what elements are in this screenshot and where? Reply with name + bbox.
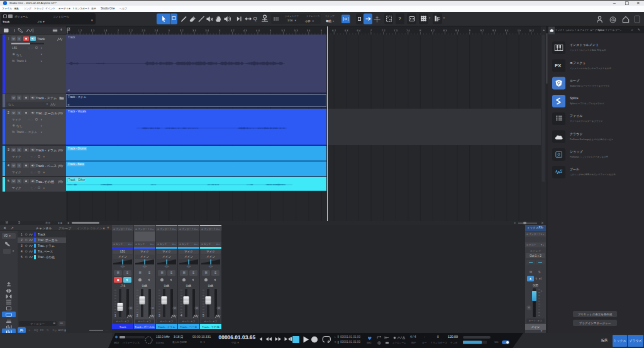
svg-text:9: 9 xyxy=(469,29,471,32)
svg-text:7.4: 7.4 xyxy=(406,29,410,32)
svg-text:9.2: 9.2 xyxy=(480,29,484,32)
svg-text:5: 5 xyxy=(270,29,272,32)
svg-text:3.3: 3.3 xyxy=(192,29,196,32)
svg-text:8.4: 8.4 xyxy=(455,29,459,32)
svg-text:7.2: 7.2 xyxy=(382,29,386,32)
svg-text:4.4: 4.4 xyxy=(256,29,260,32)
svg-text:6.2: 6.2 xyxy=(332,29,336,32)
svg-text:2.2: 2.2 xyxy=(129,29,133,32)
svg-text:3: 3 xyxy=(168,29,170,32)
svg-text:2.3: 2.3 xyxy=(142,29,145,32)
svg-text:4: 4 xyxy=(219,29,221,32)
svg-text:9.4: 9.4 xyxy=(505,29,509,32)
svg-text:8.3: 8.3 xyxy=(443,29,447,32)
svg-text:6.3: 6.3 xyxy=(345,29,348,32)
svg-text:7.3: 7.3 xyxy=(394,29,397,32)
svg-text:1.2: 1.2 xyxy=(78,29,82,32)
svg-text:2.4: 2.4 xyxy=(154,29,158,32)
svg-text:5.2: 5.2 xyxy=(281,29,285,32)
svg-text:7: 7 xyxy=(370,29,372,32)
svg-text:6.4: 6.4 xyxy=(357,29,360,32)
svg-text:4.2: 4.2 xyxy=(231,29,235,32)
svg-text:1.4: 1.4 xyxy=(104,29,108,32)
svg-text:6: 6 xyxy=(321,29,323,32)
svg-text:3.2: 3.2 xyxy=(180,29,184,32)
svg-text:10: 10 xyxy=(518,29,521,32)
svg-text:4.3: 4.3 xyxy=(243,29,247,32)
svg-text:10.2: 10.2 xyxy=(529,29,535,32)
svg-text:5.4: 5.4 xyxy=(307,29,311,32)
svg-text:8: 8 xyxy=(419,29,421,32)
svg-text:2: 2 xyxy=(118,29,119,32)
svg-text:8.2: 8.2 xyxy=(431,29,435,32)
svg-text:5.3: 5.3 xyxy=(294,29,298,32)
svg-text:1.3: 1.3 xyxy=(91,29,94,32)
svg-text:3.4: 3.4 xyxy=(205,29,209,32)
svg-text:9.3: 9.3 xyxy=(492,29,496,32)
